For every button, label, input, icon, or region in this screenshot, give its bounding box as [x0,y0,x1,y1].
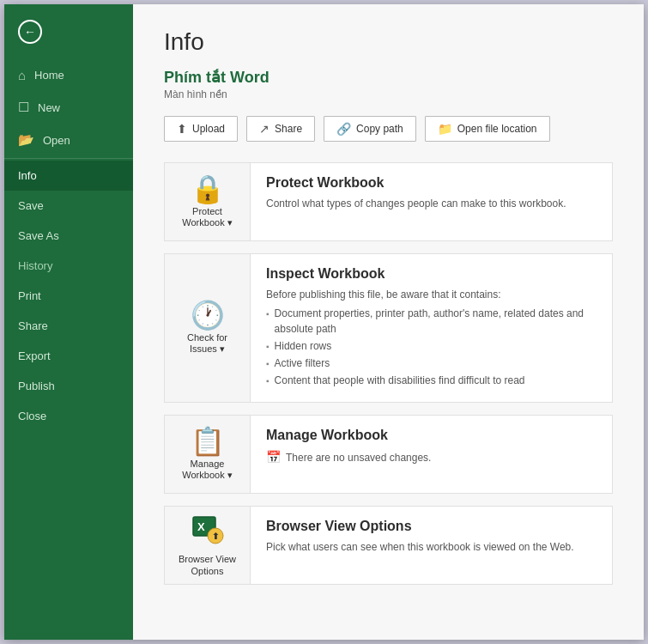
svg-text:X: X [197,520,205,533]
excel-browser-svg: X ⬆ [191,513,224,546]
share-button[interactable]: ↗ Share [246,116,315,142]
sidebar-item-print[interactable]: Print [4,281,133,311]
sidebar-item-label: Close [18,410,46,422]
calendar-icon: 📅 [266,450,281,464]
sidebar-item-export[interactable]: Export [4,341,133,371]
back-icon: ← [18,20,42,44]
manage-workbook-title: Manage Workbook [266,428,597,443]
browser-view-desc: Pick what users can see when this workbo… [266,539,597,555]
sidebar-item-label: Export [18,349,51,362]
back-button[interactable]: ← [4,4,133,59]
protect-workbook-desc: Control what types of changes people can… [266,196,597,211]
protect-workbook-card: 🔒 ProtectWorkbook ▾ Protect Workbook Con… [164,162,613,241]
protect-workbook-title: Protect Workbook [266,175,597,191]
manage-workbook-card: 📋 ManageWorkbook ▾ Manage Workbook 📅Ther… [164,415,613,494]
inspect-workbook-card: 🕐 Check forIssues ▾ Inspect Workbook Bef… [164,253,613,403]
manage-icon-label: ManageWorkbook ▾ [182,459,232,481]
sidebar-item-label: Save As [18,229,59,242]
open-location-button[interactable]: 📁 Open file location [425,116,550,142]
action-buttons: ⬆ Upload ↗ Share 🔗 Copy path 📁 Open file… [164,116,613,142]
inspect-workbook-title: Inspect Workbook [266,266,597,282]
inspect-list-item: Hidden rows [266,338,597,354]
inspect-list-item: Document properties, printer path, autho… [266,306,597,337]
check-issues-button[interactable]: 🕐 Check forIssues ▾ [165,254,251,402]
svg-text:⬆: ⬆ [212,532,219,541]
sidebar-item-label: Publish [18,380,55,392]
manage-workbook-desc: 📅There are no unsaved changes. [266,448,597,466]
manage-icon: 📋 [191,428,225,455]
sidebar-item-home[interactable]: ⌂ Home [4,59,133,91]
doc-title: Phím tắt Word [164,68,613,87]
sidebar-item-label: Print [18,289,41,302]
share-icon: ↗ [259,122,269,136]
link-icon: 🔗 [336,122,351,136]
inspect-list-item: Active filters [266,355,597,371]
copy-path-label: Copy path [356,123,403,135]
sidebar: ← ⌂ Home ☐ New 📂 Open Info Save Save As [4,4,133,640]
sidebar-item-label: Share [18,319,48,332]
manage-workbook-body: Manage Workbook 📅There are no unsaved ch… [251,416,612,493]
sidebar-item-save-as[interactable]: Save As [4,221,133,251]
new-icon: ☐ [18,100,29,115]
inspect-list-item: Content that people with disabilities fi… [266,373,597,388]
sidebar-item-label: History [18,259,52,272]
sidebar-item-label: Home [34,69,64,82]
protect-icon-label: ProtectWorkbook ▾ [182,206,232,228]
protect-workbook-body: Protect Workbook Control what types of c… [251,163,612,240]
page-title: Info [164,28,613,56]
manage-workbook-button[interactable]: 📋 ManageWorkbook ▾ [165,416,251,493]
sidebar-item-history[interactable]: History [4,251,133,281]
browser-view-button[interactable]: X ⬆ Browser ViewOptions [165,507,251,584]
open-location-label: Open file location [457,123,537,135]
sidebar-item-publish[interactable]: Publish [4,371,133,401]
inspect-icon-label: Check forIssues ▾ [187,332,227,355]
sidebar-item-label: Info [18,169,37,182]
sidebar-item-new[interactable]: ☐ New [4,91,133,124]
inspect-workbook-desc: Before publishing this file, be aware th… [266,287,597,388]
doc-subtitle: Màn hình nền [164,88,613,100]
browser-icon: X ⬆ [191,513,224,550]
open-icon: 📂 [18,132,34,148]
lock-icon: 🔒 [191,175,225,203]
upload-label: Upload [192,123,225,135]
browser-view-body: Browser View Options Pick what users can… [251,507,612,584]
inspect-workbook-body: Inspect Workbook Before publishing this … [251,254,612,402]
home-icon: ⌂ [18,68,26,82]
sidebar-item-share[interactable]: Share [4,311,133,341]
sidebar-item-label: Save [18,199,44,212]
folder-icon: 📁 [438,122,452,136]
upload-icon: ⬆ [177,122,187,136]
main-content: Info Phím tắt Word Màn hình nền ⬆ Upload… [133,4,644,640]
sidebar-item-info[interactable]: Info [4,161,133,191]
share-label: Share [275,123,302,135]
inspect-list: Document properties, printer path, autho… [266,306,597,388]
app-window: ← ⌂ Home ☐ New 📂 Open Info Save Save As [4,4,644,640]
inspect-icon: 🕐 [191,301,225,329]
copy-path-button[interactable]: 🔗 Copy path [324,116,416,142]
sidebar-item-open[interactable]: 📂 Open [4,124,133,156]
sidebar-item-close[interactable]: Close [4,401,133,431]
browser-view-title: Browser View Options [266,519,597,534]
sidebar-item-save[interactable]: Save [4,191,133,221]
sidebar-item-label: New [38,101,60,114]
upload-button[interactable]: ⬆ Upload [164,116,238,142]
browser-view-card: X ⬆ Browser ViewOptions Browser View Opt… [164,506,613,585]
protect-workbook-button[interactable]: 🔒 ProtectWorkbook ▾ [165,163,251,240]
browser-icon-label: Browser ViewOptions [179,554,236,576]
sidebar-item-label: Open [43,134,70,147]
